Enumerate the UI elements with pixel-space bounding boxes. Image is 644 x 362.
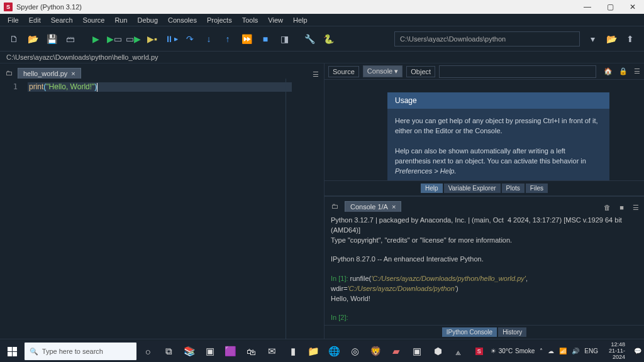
working-dir-input[interactable]: C:\Users\ayazc\Downloads\python — [394, 31, 580, 47]
new-file-icon[interactable]: 🗋 — [5, 30, 23, 48]
app-icon-1[interactable]: ▰ — [387, 342, 406, 361]
browse-dir-icon[interactable]: 📂 — [602, 30, 620, 48]
menu-view[interactable]: View — [263, 15, 288, 25]
menu-source[interactable]: Source — [78, 15, 110, 25]
run-cell-icon[interactable]: ▶▭ — [106, 30, 123, 48]
minimize-button[interactable]: — — [576, 0, 599, 14]
menu-search[interactable]: Search — [46, 15, 78, 25]
window-titlebar: S Spyder (Python 3.12) — ▢ ✕ — [0, 0, 644, 14]
line-number: 1 — [0, 79, 23, 339]
tray-onedrive-icon[interactable]: ☁ — [548, 348, 554, 354]
spyder-taskbar-icon[interactable]: S — [470, 342, 489, 361]
notifications-icon[interactable]: 💬 — [634, 348, 641, 354]
mail-icon[interactable]: ✉ — [263, 342, 282, 361]
step-out-icon[interactable]: ↑ — [219, 30, 236, 48]
taskbar-search[interactable]: 🔍 Type here to search — [25, 343, 137, 360]
usage-paragraph-2: Help can also be shown automatically aft… — [395, 146, 602, 177]
files-tab[interactable]: Files — [526, 184, 548, 193]
help-object-input[interactable] — [439, 65, 596, 78]
run-selection-icon[interactable]: ▶▪ — [143, 30, 161, 48]
start-button[interactable] — [3, 342, 23, 361]
menu-file[interactable]: File — [3, 15, 24, 25]
pinned-app-2-icon[interactable]: ▣ — [201, 342, 219, 361]
task-view-icon[interactable]: ⧉ — [159, 342, 178, 361]
plots-tab[interactable]: Plots — [502, 184, 525, 193]
pinned-app-3-icon[interactable]: 🟪 — [221, 342, 240, 361]
menu-edit[interactable]: Edit — [24, 15, 46, 25]
terminal-icon[interactable]: ▮ — [284, 342, 303, 361]
step-into-icon[interactable]: ↓ — [200, 30, 218, 48]
console-output[interactable]: Python 3.12.7 | packaged by Anaconda, In… — [325, 212, 644, 325]
help-object-label: Object — [406, 66, 435, 77]
menu-tools[interactable]: Tools — [237, 15, 264, 25]
help-source-dropdown[interactable]: Console ▾ — [363, 65, 402, 77]
code-token-func: print — [29, 82, 43, 91]
store-icon[interactable]: 🛍 — [242, 342, 261, 361]
menu-consoles[interactable]: Consoles — [163, 15, 202, 25]
code-editor[interactable]: 1 print("Hello, World!") — [0, 79, 324, 339]
help-options-icon[interactable]: ☰ — [634, 67, 640, 75]
help-lock-icon[interactable]: 🔒 — [619, 67, 628, 75]
editor-tab[interactable]: hello_world.py × — [18, 68, 81, 79]
run-icon[interactable]: ▶ — [87, 30, 104, 48]
history-tab[interactable]: History — [498, 327, 526, 337]
tray-volume-icon[interactable]: 🔊 — [572, 348, 579, 354]
maximize-button[interactable]: ▢ — [599, 0, 621, 14]
weather-icon: ☀ — [491, 348, 496, 354]
console-tab-close-icon[interactable]: × — [392, 203, 396, 211]
close-button[interactable]: ✕ — [621, 0, 644, 14]
editor-tab-close-icon[interactable]: × — [71, 70, 75, 77]
brave-icon[interactable]: 🦁 — [366, 342, 385, 361]
console-stop-icon[interactable]: ■ — [619, 204, 624, 212]
debug-icon[interactable]: ⏸▶ — [162, 30, 180, 48]
preferences-icon[interactable]: 🔧 — [301, 30, 318, 48]
taskbar-clock[interactable]: 12:48 21-11-2024 — [603, 342, 629, 361]
weather-widget[interactable]: ☀ 30°C Smoke — [491, 348, 535, 354]
step-over-icon[interactable]: ↷ — [181, 30, 199, 48]
variable-explorer-tab[interactable]: Variable Explorer — [444, 184, 501, 193]
tray-language[interactable]: ENG — [584, 348, 598, 354]
explorer-icon[interactable]: 📁 — [304, 342, 323, 361]
console-delete-icon[interactable]: 🗑 — [604, 204, 611, 212]
menu-projects[interactable]: Projects — [202, 15, 237, 25]
save-all-icon[interactable]: 🗃 — [62, 30, 79, 48]
cortana-icon[interactable]: ○ — [138, 342, 157, 361]
ipython-console-tab[interactable]: IPython Console — [442, 327, 497, 337]
open-folder-icon[interactable]: 📂 — [24, 30, 42, 48]
tray-chevron-icon[interactable]: ˄ — [540, 348, 543, 354]
help-tab[interactable]: Help — [421, 184, 443, 193]
app-icon-3[interactable]: ⬢ — [428, 342, 447, 361]
parent-dir-icon[interactable]: ⬆ — [621, 30, 639, 48]
save-icon[interactable]: 💾 — [43, 30, 60, 48]
console-browse-icon[interactable]: 🗀 — [328, 200, 341, 212]
spyder-app-icon: S — [4, 3, 13, 11]
edge-icon[interactable]: 🌐 — [325, 342, 344, 361]
maximize-pane-icon[interactable]: ◨ — [275, 30, 293, 48]
chrome-icon[interactable]: ◎ — [345, 342, 364, 361]
code-token-string: "Hello, World!" — [46, 82, 94, 91]
pinned-app-1-icon[interactable]: 📚 — [180, 342, 199, 361]
file-path-breadcrumb: C:\Users\ayazc\Downloads\python\hello_wo… — [0, 52, 644, 63]
tray-wifi-icon[interactable]: 📶 — [559, 348, 567, 354]
app-icon-2[interactable]: ▣ — [408, 342, 426, 361]
windows-taskbar: 🔍 Type here to search ○ ⧉ 📚 ▣ 🟪 🛍 ✉ ▮ 📁 … — [0, 341, 644, 362]
editor-browse-icon[interactable]: 🗀 — [3, 67, 15, 79]
python-path-icon[interactable]: 🐍 — [319, 30, 337, 48]
editor-options-icon[interactable]: ☰ — [310, 70, 321, 79]
search-icon: 🔍 — [30, 348, 38, 356]
menu-debug[interactable]: Debug — [133, 15, 163, 25]
working-dir-dropdown-icon[interactable]: ▾ — [584, 30, 601, 48]
console-tab[interactable]: Console 1/A × — [345, 201, 401, 212]
console-options-icon[interactable]: ☰ — [633, 204, 639, 212]
menu-help[interactable]: Help — [288, 15, 313, 25]
vscode-icon[interactable]: ⟁ — [449, 342, 468, 361]
continue-icon[interactable]: ⏩ — [238, 30, 255, 48]
help-source-label: Source — [328, 66, 359, 77]
usage-paragraph-1: Here you can get help of any object by p… — [395, 116, 602, 136]
run-cell-advance-icon[interactable]: ▭▶ — [125, 30, 142, 48]
stop-debug-icon[interactable]: ■ — [257, 30, 274, 48]
help-home-icon[interactable]: 🏠 — [604, 67, 613, 75]
help-body: Usage Here you can get help of any objec… — [325, 80, 644, 180]
menu-run[interactable]: Run — [109, 15, 132, 25]
console-pane: 🗀 Console 1/A × 🗑 ■ ☰ Python 3.12.7 | pa… — [325, 195, 644, 339]
